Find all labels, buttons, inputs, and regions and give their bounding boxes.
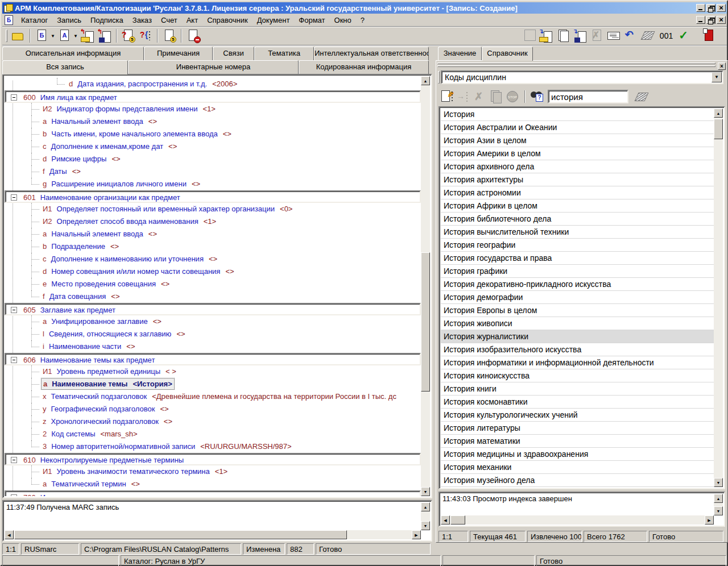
scroll-right-icon[interactable]: ▶: [412, 530, 421, 539]
tree-item-2[interactable]: 2Код системы<mars_sh>: [5, 428, 421, 440]
tree-item-a[interactable]: aУнифицированное заглавие<>: [5, 315, 421, 328]
dictionary-item[interactable]: История астрономии: [441, 186, 714, 199]
scroll-up-icon[interactable]: ▲: [714, 109, 723, 118]
restore-button[interactable]: [706, 4, 715, 12]
dictionary-item[interactable]: История музейного дела: [441, 474, 714, 487]
dictionary-item[interactable]: История культурологических учений: [441, 409, 714, 422]
clear-search-icon[interactable]: [635, 93, 649, 101]
insert-term-button[interactable]: →: [456, 89, 471, 105]
tree-item-a[interactable]: aНачальный элемент ввода<>: [5, 228, 421, 240]
tab-справочник[interactable]: Справочник: [482, 47, 533, 61]
menu-item-0[interactable]: Каталог: [16, 14, 52, 26]
tree-item-И2[interactable]: И2Определяет способ ввода наименования<1…: [5, 215, 421, 228]
tree-item-g[interactable]: gРасширение инициалов личного имени<>: [5, 178, 421, 190]
new-record-b-button[interactable]: Б: [34, 28, 50, 44]
list-scroll-thumb[interactable]: [714, 119, 723, 139]
tree-item-c[interactable]: cДополнение к именам,кроме дат<>: [5, 140, 421, 153]
tree-item-610[interactable]: 610Неконтролируемые предметные термины: [5, 453, 421, 465]
tree-item-a[interactable]: aНачальный элемент ввода<>: [5, 115, 421, 128]
menu-item-9[interactable]: Окно: [330, 14, 356, 26]
dictionary-item-partial[interactable]: История: [441, 487, 714, 488]
scroll-left-icon[interactable]: ◀: [5, 530, 14, 539]
stop-list-button[interactable]: [185, 28, 201, 44]
save-to-catalog-button[interactable]: ↴: [538, 28, 554, 44]
tree-item-b[interactable]: bПодразделение<>: [5, 240, 421, 253]
dictionary-item[interactable]: История математики: [441, 435, 714, 448]
tree-scroll-thumb[interactable]: [421, 252, 430, 392]
tree-item-И1[interactable]: И1Уровень предметной единицы< >: [5, 365, 421, 378]
dictionary-item[interactable]: История киноискусства: [441, 369, 714, 382]
tab-интеллектуальная-ответственность[interactable]: Интеллектуальная ответственность: [314, 47, 429, 60]
combo-grip[interactable]: [438, 71, 440, 84]
tree-item-600[interactable]: 600Имя лица как предмет: [5, 90, 421, 103]
tree-item-f[interactable]: fДаты<>: [5, 165, 421, 178]
dictionary-item[interactable]: История декоративно-прикладного искусств…: [441, 278, 714, 291]
tree-item-d[interactable]: dРимские цифры<>: [5, 153, 421, 165]
dictionary-item[interactable]: История книги: [441, 382, 714, 396]
collapse-icon[interactable]: [11, 357, 17, 363]
child-minimize-button[interactable]: [696, 16, 705, 24]
scroll-down-icon[interactable]: ▼: [421, 487, 430, 496]
tab-кодированная-информация[interactable]: Кодированная информация: [299, 60, 429, 74]
copy-term-button[interactable]: [489, 89, 504, 105]
delete-term-button[interactable]: ✗: [472, 89, 487, 105]
hscroll-thumb[interactable]: [450, 515, 465, 525]
child-close-button[interactable]: [717, 16, 726, 24]
reference-toolbar-grip[interactable]: ×: [437, 63, 726, 69]
dictionary-item[interactable]: История демографии: [441, 291, 714, 304]
panel-close-icon[interactable]: ×: [718, 63, 726, 70]
delete-record-button[interactable]: ✗: [589, 28, 605, 44]
dictionary-item[interactable]: История Америки в целом: [441, 147, 714, 160]
validate-record-button[interactable]: ✓: [676, 28, 692, 44]
tree-item-i[interactable]: iНаименование части<>: [5, 340, 421, 353]
find-record-button[interactable]: ?5: [121, 28, 136, 44]
scroll-up-icon[interactable]: ▲: [421, 502, 430, 511]
dictionary-item[interactable]: История государства и права: [441, 252, 714, 265]
dictionary-item[interactable]: История литературы: [441, 422, 714, 435]
reference-log-vscrollbar[interactable]: ▲ ▼: [714, 494, 723, 515]
dictionary-item[interactable]: История: [441, 108, 714, 121]
hscroll-thumb[interactable]: [14, 530, 347, 539]
tree-item-z[interactable]: zХронологический подзаголовок<>: [5, 415, 421, 428]
collapse-icon[interactable]: [11, 494, 17, 496]
tree-item-3[interactable]: 3Номер авторитетной/нормативной записи<R…: [5, 440, 421, 453]
menu-item-4[interactable]: Счет: [156, 14, 182, 26]
new-record-a-button[interactable]: А: [57, 28, 73, 44]
minimize-button[interactable]: [696, 4, 705, 12]
dictionary-item[interactable]: История журналистики: [441, 330, 714, 343]
collapse-icon[interactable]: [11, 307, 17, 313]
dictionary-item[interactable]: История информатики и информационной дея…: [441, 356, 714, 369]
dictionary-item[interactable]: История живописи: [441, 317, 714, 330]
tab-вся-запись[interactable]: Вся запись: [2, 60, 128, 74]
edit-field-button[interactable]: [606, 28, 622, 44]
menu-item-7[interactable]: Документ: [253, 14, 295, 26]
menu-item-10[interactable]: ?: [356, 14, 369, 26]
dictionary-item[interactable]: История медицины и здравоохранения: [441, 448, 714, 461]
collapse-icon[interactable]: [11, 194, 17, 201]
tree-item-d[interactable]: dДата издания, распространения и т.д.<20…: [5, 78, 421, 90]
dictionary-item[interactable]: История Азии в целом: [441, 134, 714, 147]
search-index-button[interactable]: [530, 89, 545, 105]
tab-тематика[interactable]: Тематика: [254, 47, 314, 60]
tree-item-И2[interactable]: И2Индикатор формы представления имени<1>: [5, 103, 421, 115]
undo-button[interactable]: ↶: [623, 28, 639, 44]
dictionary-combobox[interactable]: Коды дисциплин ▼: [441, 70, 723, 84]
menu-item-8[interactable]: Формат: [294, 14, 329, 26]
delete-marked-button[interactable]: [701, 28, 717, 44]
scroll-right-icon[interactable]: ▶: [705, 515, 714, 525]
dictionary-item[interactable]: История механики: [441, 461, 714, 474]
child-restore-button[interactable]: [706, 16, 715, 24]
record-log-hscrollbar[interactable]: ◀ ▶: [5, 530, 421, 539]
toolbar-grip[interactable]: [6, 30, 7, 42]
tree-item-d[interactable]: dНомер совещания и/или номер части совещ…: [5, 265, 421, 278]
list-scrollbar[interactable]: ▲ ▼: [714, 109, 723, 487]
tree-item-c[interactable]: cДополнение к наименованию или уточнения…: [5, 253, 421, 265]
menu-item-6[interactable]: Справочник: [202, 14, 253, 26]
tab-описательная-информация[interactable]: Описательная информация: [2, 47, 144, 60]
record-list-button[interactable]: 5: [162, 28, 177, 44]
chevron-down-icon[interactable]: ▼: [712, 72, 722, 82]
find-expression-button[interactable]: ?{: [138, 28, 154, 44]
edit-term-button[interactable]: ✎: [439, 89, 454, 105]
open-catalog-button[interactable]: [10, 28, 26, 44]
tab-инвентарные-номера[interactable]: Инвентарные номера: [128, 60, 299, 74]
